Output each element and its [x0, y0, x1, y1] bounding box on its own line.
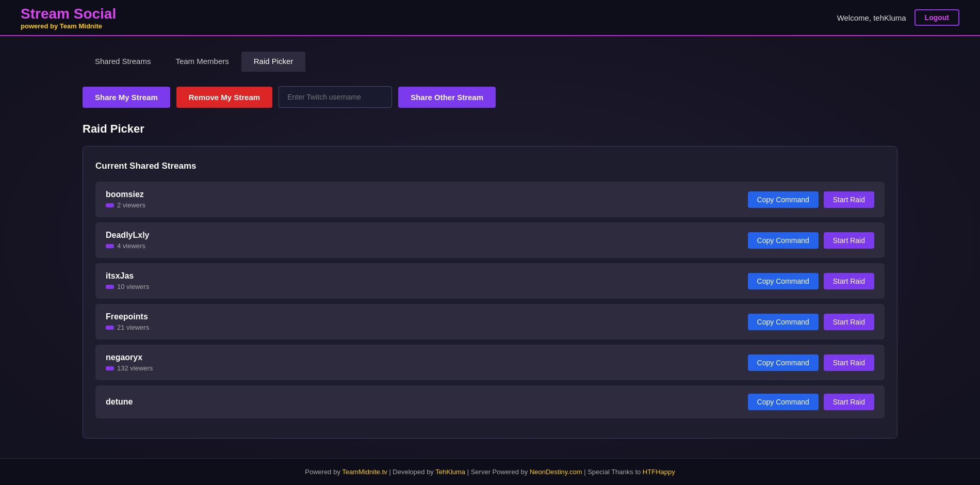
stream-name: itsxJas	[106, 271, 149, 281]
app-footer: Powered by TeamMidnite.tv | Developed by…	[0, 458, 980, 485]
logout-button[interactable]: Logout	[914, 9, 959, 26]
stream-actions: Copy Command Start Raid	[748, 232, 874, 249]
copy-command-button[interactable]: Copy Command	[748, 273, 819, 289]
copy-command-button[interactable]: Copy Command	[748, 191, 819, 208]
streams-section-header: Current Shared Streams	[95, 161, 885, 171]
tab-raid-picker[interactable]: Raid Picker	[241, 52, 306, 72]
stream-name: negaoryx	[106, 353, 153, 362]
app-header: Stream Social powered by Team Midnite We…	[0, 0, 980, 36]
share-my-stream-button[interactable]: Share My Stream	[83, 87, 170, 108]
stream-info: DeadlyLxly 4 viewers	[106, 231, 149, 250]
stream-item: detune Copy Command Start Raid	[95, 385, 885, 418]
viewer-icon	[106, 244, 114, 248]
stream-actions: Copy Command Start Raid	[748, 191, 874, 208]
footer-special-thanks: | Special Thanks to	[584, 468, 641, 476]
viewer-icon	[106, 366, 114, 370]
logo-title: Stream Social	[21, 6, 116, 22]
header-right: Welcome, tehKluma Logout	[837, 9, 959, 26]
stream-item: Freepoints 21 viewers Copy Command Start…	[95, 304, 885, 340]
start-raid-button[interactable]: Start Raid	[824, 232, 874, 249]
start-raid-button[interactable]: Start Raid	[824, 273, 874, 289]
copy-command-button[interactable]: Copy Command	[748, 394, 819, 410]
logo-subtitle: powered by Team Midnite	[21, 22, 116, 30]
stream-name: detune	[106, 397, 133, 407]
tab-bar: Shared Streams Team Members Raid Picker	[83, 52, 897, 72]
share-other-stream-button[interactable]: Share Other Stream	[398, 87, 496, 108]
stream-name: Freepoints	[106, 312, 149, 321]
stream-info: itsxJas 10 viewers	[106, 271, 149, 290]
stream-info: negaoryx 132 viewers	[106, 353, 153, 372]
streams-container: Current Shared Streams boomsiez 2 viewer…	[83, 146, 897, 439]
tab-team-members[interactable]: Team Members	[163, 52, 241, 72]
logo: Stream Social powered by Team Midnite	[21, 6, 116, 30]
stream-item: boomsiez 2 viewers Copy Command Start Ra…	[95, 182, 885, 217]
footer-developed-by: | Developed by	[389, 468, 434, 476]
stream-name: DeadlyLxly	[106, 231, 149, 240]
viewer-icon	[106, 326, 114, 330]
stream-item: DeadlyLxly 4 viewers Copy Command Start …	[95, 222, 885, 258]
stream-name: boomsiez	[106, 190, 145, 199]
start-raid-button[interactable]: Start Raid	[824, 314, 874, 330]
action-bar: Share My Stream Remove My Stream Share O…	[83, 86, 897, 108]
footer-server-powered-by: | Server Powered by	[467, 468, 528, 476]
stream-actions: Copy Command Start Raid	[748, 273, 874, 289]
viewer-icon	[106, 285, 114, 289]
footer-neondestiny-link[interactable]: NeonDestiny.com	[530, 468, 582, 476]
remove-my-stream-button[interactable]: Remove My Stream	[176, 87, 272, 108]
stream-info: Freepoints 21 viewers	[106, 312, 149, 331]
viewer-icon	[106, 203, 114, 207]
stream-list: boomsiez 2 viewers Copy Command Start Ra…	[95, 182, 885, 418]
footer-htfhappy-link[interactable]: HTFHappy	[643, 468, 675, 476]
welcome-text: Welcome, tehKluma	[837, 13, 906, 22]
stream-viewers: 132 viewers	[106, 364, 153, 372]
stream-viewers: 2 viewers	[106, 201, 145, 209]
stream-viewers: 4 viewers	[106, 242, 149, 250]
main-content: Shared Streams Team Members Raid Picker …	[0, 36, 980, 458]
stream-viewers: 21 viewers	[106, 324, 149, 331]
stream-actions: Copy Command Start Raid	[748, 314, 874, 330]
footer-powered-by: Powered by	[305, 468, 340, 476]
start-raid-button[interactable]: Start Raid	[824, 354, 874, 371]
tab-shared-streams[interactable]: Shared Streams	[83, 52, 163, 72]
start-raid-button[interactable]: Start Raid	[824, 191, 874, 208]
stream-info: boomsiez 2 viewers	[106, 190, 145, 209]
page-title: Raid Picker	[83, 122, 897, 136]
start-raid-button[interactable]: Start Raid	[824, 394, 874, 410]
footer-tehkluma-link[interactable]: TehKluma	[435, 468, 465, 476]
stream-viewers: 10 viewers	[106, 283, 149, 290]
copy-command-button[interactable]: Copy Command	[748, 232, 819, 249]
stream-actions: Copy Command Start Raid	[748, 394, 874, 410]
stream-item: itsxJas 10 viewers Copy Command Start Ra…	[95, 263, 885, 299]
copy-command-button[interactable]: Copy Command	[748, 354, 819, 371]
copy-command-button[interactable]: Copy Command	[748, 314, 819, 330]
stream-actions: Copy Command Start Raid	[748, 354, 874, 371]
twitch-username-input[interactable]	[279, 86, 392, 108]
footer-teammnite-link[interactable]: TeamMidnite.tv	[342, 468, 387, 476]
stream-item: negaoryx 132 viewers Copy Command Start …	[95, 345, 885, 380]
stream-info: detune	[106, 397, 133, 407]
